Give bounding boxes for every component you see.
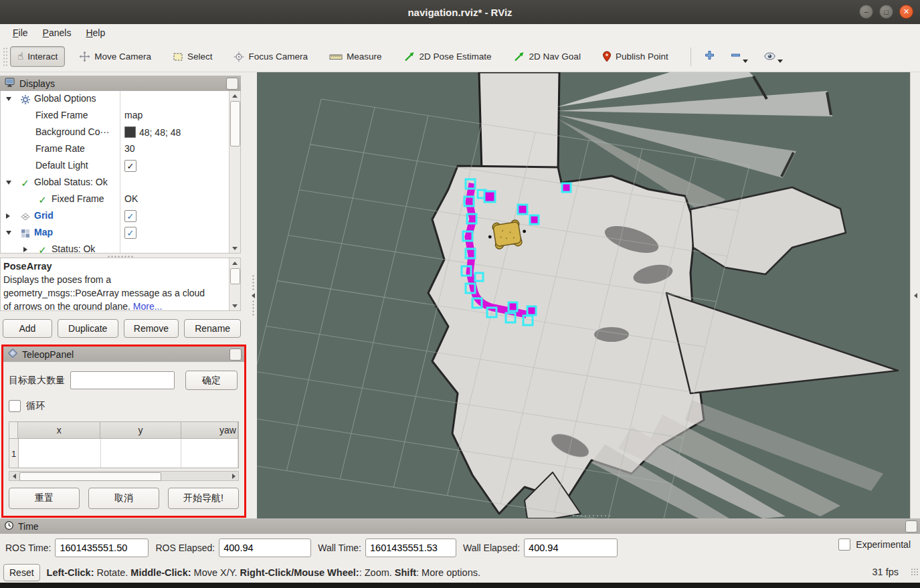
enabled-checkbox[interactable]: ✓ <box>124 160 136 172</box>
tool-move-camera[interactable]: Move Camera <box>72 45 159 68</box>
collapse-arrow-icon[interactable] <box>6 231 11 235</box>
help-segment: Shift <box>395 567 416 578</box>
teleop-panel-header[interactable]: TeleopPanel <box>3 347 244 362</box>
tree-row-value[interactable]: 48; 48; 48 <box>124 126 181 138</box>
scrollbar-thumb[interactable] <box>19 472 161 481</box>
scrollbar-thumb[interactable] <box>230 268 240 284</box>
tool-measure[interactable]: Measure <box>322 46 389 67</box>
zoom-in-button[interactable] <box>699 47 720 66</box>
scroll-left-arrow[interactable] <box>9 472 19 480</box>
dropdown-caret-icon[interactable] <box>743 60 748 63</box>
start-navigation-button[interactable]: 开始导航! <box>168 488 239 509</box>
experimental-checkbox[interactable] <box>838 538 850 551</box>
tree-row-frame-rate[interactable]: Frame Rate30 <box>1 141 229 158</box>
tree-row-default-light[interactable]: Default Light✓ <box>1 158 229 175</box>
3d-viewport[interactable] <box>257 72 910 518</box>
cancel-button[interactable]: 取消 <box>88 488 159 509</box>
tool-interact[interactable]: ☝Interact <box>10 46 65 67</box>
visibility-button[interactable] <box>759 48 788 66</box>
table-cell[interactable] <box>101 439 181 468</box>
panel-viewport-splitter[interactable] <box>249 72 257 518</box>
ros-time-input[interactable] <box>55 538 149 557</box>
tree-row-background-co-[interactable]: Background Co···48; 48; 48 <box>1 124 229 141</box>
tool-buttons: ☝InteractMove CameraSelectFocus CameraMe… <box>10 45 682 68</box>
close-button[interactable]: ✕ <box>899 5 913 19</box>
color-swatch[interactable] <box>124 126 136 138</box>
dropdown-caret-icon[interactable] <box>777 60 783 63</box>
minimize-button[interactable]: − <box>859 5 873 19</box>
tree-row-global-options[interactable]: Global Options <box>1 91 229 108</box>
maximize-button[interactable]: □ <box>879 5 893 19</box>
add-button[interactable]: Add <box>3 319 52 338</box>
reset-goals-button[interactable]: 重置 <box>9 488 80 509</box>
displays-panel-header[interactable]: Displays <box>0 76 241 91</box>
menu-help[interactable]: Help <box>80 26 111 39</box>
confirm-button[interactable]: 确定 <box>185 371 238 390</box>
rename-button[interactable]: Rename <box>184 319 241 338</box>
tree-row-value[interactable]: OK <box>124 193 138 204</box>
time-panel-header[interactable]: Time <box>0 518 920 534</box>
duplicate-button[interactable]: Duplicate <box>58 319 118 338</box>
wall-time-input[interactable] <box>365 538 456 557</box>
expand-views-arrow[interactable] <box>914 293 917 298</box>
wall-elapsed-input[interactable] <box>524 538 618 557</box>
column-header-x[interactable]: x <box>18 422 100 438</box>
waypoint-table[interactable]: xyyaw 1 <box>9 421 239 468</box>
scroll-right-arrow[interactable] <box>229 472 238 480</box>
table-cell[interactable] <box>181 439 238 468</box>
tree-row-global-status-ok[interactable]: ✓Global Status: Ok <box>1 175 229 191</box>
collapse-arrow-icon[interactable] <box>6 181 11 185</box>
tree-row-value[interactable]: 30 <box>124 143 135 154</box>
row-header[interactable]: 1 <box>9 439 19 468</box>
tree-row-value[interactable]: ✓ <box>124 160 136 172</box>
tree-row-value[interactable]: map <box>124 110 143 120</box>
time-panel-hide-button[interactable] <box>905 520 917 532</box>
tree-row-grid[interactable]: Grid✓ <box>1 208 229 225</box>
collapsed-views-panel[interactable] <box>910 72 920 518</box>
menu-file[interactable]: File <box>7 26 34 39</box>
tool-publish-point[interactable]: Publish Point <box>595 45 676 68</box>
viewport-splitter-handle[interactable] <box>571 514 612 517</box>
tool-select[interactable]: Select <box>165 46 220 68</box>
collapse-left-arrow[interactable] <box>252 293 255 298</box>
loop-checkbox[interactable] <box>9 400 21 412</box>
resize-grip[interactable] <box>911 568 919 576</box>
scroll-down-arrow[interactable] <box>229 243 240 253</box>
menu-panels[interactable]: Panels <box>37 26 78 39</box>
scroll-up-arrow[interactable] <box>229 258 240 268</box>
column-header-y[interactable]: y <box>100 422 181 438</box>
tool-focus-camera[interactable]: Focus Camera <box>226 46 315 68</box>
remove-button[interactable]: Remove <box>124 319 179 338</box>
enabled-checkbox[interactable]: ✓ <box>124 210 136 222</box>
toolbar-drag-handle[interactable] <box>3 47 7 67</box>
reset-button[interactable]: Reset <box>3 564 40 581</box>
expand-arrow-icon[interactable] <box>23 247 27 252</box>
zoom-out-button[interactable] <box>725 47 753 66</box>
tree-row-value[interactable]: ✓ <box>124 227 136 239</box>
scrollbar-thumb[interactable] <box>230 101 240 146</box>
tree-row-value[interactable]: ✓ <box>124 210 136 222</box>
displays-scrollbar[interactable] <box>229 91 240 253</box>
displays-panel-hide-button[interactable] <box>226 78 238 90</box>
description-scrollbar[interactable] <box>229 258 240 310</box>
table-cell[interactable] <box>19 439 101 468</box>
tree-row-map[interactable]: Map✓ <box>1 225 229 241</box>
waypoint-table-body: 1 <box>9 439 238 468</box>
tree-row-fixed-frame[interactable]: Fixed Framemap <box>1 108 229 124</box>
expand-arrow-icon[interactable] <box>6 213 10 219</box>
scroll-up-arrow[interactable] <box>229 91 240 100</box>
goal-count-input[interactable] <box>70 371 175 389</box>
teleop-panel-hide-button[interactable] <box>229 349 242 361</box>
tool-2d-nav-goal[interactable]: 2D Nav Goal <box>506 46 588 68</box>
more-link[interactable]: More... <box>133 301 163 311</box>
enabled-checkbox[interactable]: ✓ <box>124 227 136 239</box>
column-header-yaw[interactable]: yaw <box>181 422 238 438</box>
scroll-down-arrow[interactable] <box>229 301 240 310</box>
titlebar[interactable]: navigation.rviz* - RViz −□✕ <box>0 0 920 24</box>
tree-row-status-ok[interactable]: ✓Status: Ok <box>1 241 229 254</box>
tool-2d-pose-estimate[interactable]: 2D Pose Estimate <box>396 46 499 68</box>
tree-row-fixed-frame[interactable]: ✓Fixed FrameOK <box>1 191 229 208</box>
ros-elapsed-input[interactable] <box>219 538 311 557</box>
table-horizontal-scrollbar[interactable] <box>9 471 239 481</box>
collapse-arrow-icon[interactable] <box>6 97 11 101</box>
